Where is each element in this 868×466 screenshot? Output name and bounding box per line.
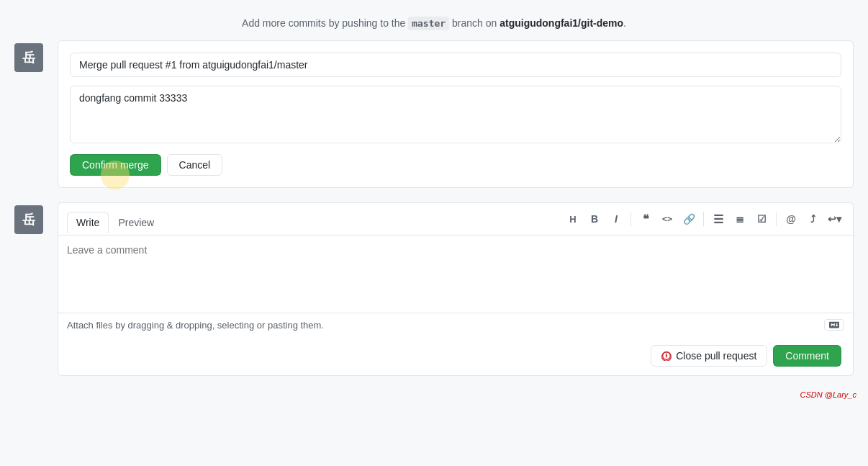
attach-text: Attach files by dragging & dropping, sel… <box>67 320 324 331</box>
submit-comment-button[interactable]: Comment <box>773 345 841 367</box>
markdown-supported-icon <box>824 319 844 331</box>
merge-card: dongfang commit 33333 Confirm merge Canc… <box>58 40 854 188</box>
confirm-merge-button[interactable]: Confirm merge <box>70 154 161 176</box>
comment-section: 岳 Write Preview H B I ❝ <> 🔗 <box>0 202 868 376</box>
comment-body <box>58 236 853 313</box>
info-text-1: Add more commits by pushing to the <box>242 17 408 29</box>
comment-footer: Attach files by dragging & dropping, sel… <box>58 313 853 336</box>
avatar-comment: 岳 <box>14 205 43 234</box>
heading-btn[interactable]: H <box>563 209 583 229</box>
comment-submit-row: Close pull request Comment <box>58 336 853 375</box>
merge-actions: Confirm merge Cancel <box>70 154 841 176</box>
quote-btn[interactable]: ❝ <box>636 209 656 229</box>
watermark: CSDN @Lary_c <box>800 390 856 399</box>
info-text-3: . <box>623 17 626 29</box>
toolbar-divider-3 <box>776 212 777 226</box>
code-btn[interactable]: <> <box>657 209 677 229</box>
repo-link[interactable]: atguigudongfai1/git-demo <box>499 17 623 29</box>
branch-name: master <box>408 17 449 30</box>
task-list-btn[interactable]: ☑ <box>751 209 772 229</box>
close-pull-request-button[interactable]: Close pull request <box>651 345 767 367</box>
italic-btn[interactable]: I <box>606 209 626 229</box>
info-text-2: branch on <box>449 17 499 29</box>
info-bar: Add more commits by pushing to the maste… <box>0 12 868 40</box>
comment-tabs-row: Write Preview H B I ❝ <> 🔗 ☰ ≣ ☑ <box>58 203 853 236</box>
tab-write[interactable]: Write <box>67 212 109 233</box>
svg-point-1 <box>666 357 667 358</box>
toolbar-divider-2 <box>703 212 704 226</box>
cancel-merge-button[interactable]: Cancel <box>167 154 223 176</box>
close-pr-icon <box>661 351 672 361</box>
bullet-list-btn[interactable]: ☰ <box>708 209 728 229</box>
undo-btn[interactable]: ↩▾ <box>824 209 844 229</box>
tab-preview[interactable]: Preview <box>109 212 163 233</box>
bold-btn[interactable]: B <box>584 209 605 229</box>
avatar-col-comment: 岳 <box>14 202 49 234</box>
ordered-list-btn[interactable]: ≣ <box>730 209 750 229</box>
merge-desc-input[interactable]: dongfang commit 33333 <box>70 86 841 143</box>
avatar-col-merge: 岳 <box>14 40 49 72</box>
avatar-merge: 岳 <box>14 43 43 72</box>
markdown-logo <box>829 321 839 328</box>
link-btn[interactable]: 🔗 <box>679 209 699 229</box>
comment-toolbar: H B I ❝ <> 🔗 ☰ ≣ ☑ @ ⤴ ↩▾ <box>563 209 844 235</box>
merge-section: 岳 dongfang commit 33333 Confirm merge Ca… <box>0 40 868 188</box>
toolbar-divider-1 <box>630 212 631 226</box>
merge-title-input[interactable] <box>70 53 841 77</box>
comment-textarea[interactable] <box>67 244 844 302</box>
comment-card: Write Preview H B I ❝ <> 🔗 ☰ ≣ ☑ <box>58 202 854 376</box>
cross-ref-btn[interactable]: ⤴ <box>803 209 823 229</box>
mention-btn[interactable]: @ <box>781 209 801 229</box>
